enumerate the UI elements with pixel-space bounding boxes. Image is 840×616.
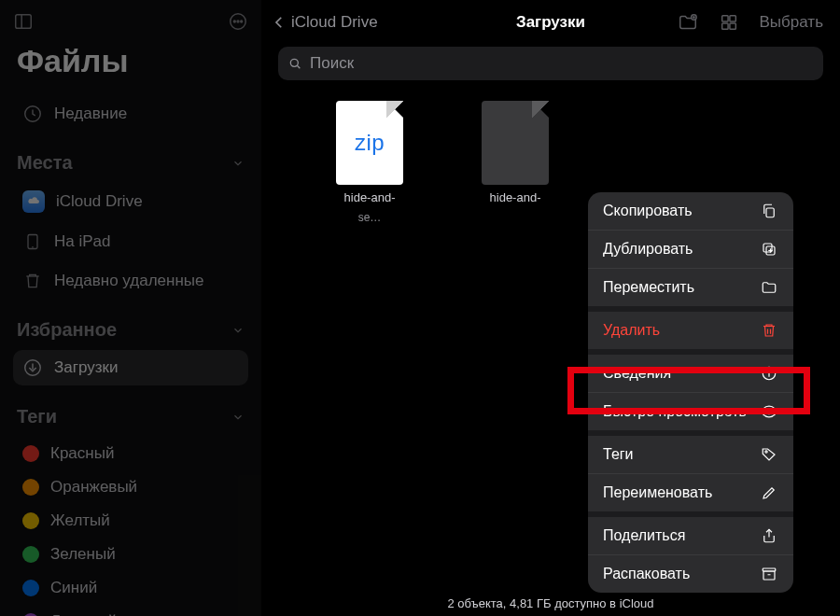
svg-point-4	[237, 21, 239, 22]
nav-bar: iCloud Drive Загрузки Выбрать	[261, 0, 840, 41]
sidebar-item-icloud-drive[interactable]: iCloud Drive	[13, 183, 248, 220]
svg-line-19	[297, 65, 300, 68]
tag-dot-icon	[22, 580, 39, 596]
file-thumb-doc	[482, 101, 549, 185]
tags-list: КрасныйОранжевыйЖелтыйЗеленыйСинийЛиловы…	[13, 437, 248, 616]
duplicate-icon	[760, 240, 778, 259]
sidebar-item-label: iCloud Drive	[56, 192, 143, 211]
sidebar-toggle-icon[interactable]	[13, 11, 34, 32]
chevron-down-icon	[231, 411, 245, 424]
sidebar-tag-item[interactable]: Красный	[13, 437, 248, 470]
clock-icon	[22, 104, 43, 124]
page-title: Загрузки	[516, 13, 585, 32]
search-placeholder: Поиск	[310, 54, 354, 73]
sidebar-item-label: Недавние	[54, 105, 127, 123]
main-pane: iCloud Drive Загрузки Выбрать Поиск	[261, 0, 840, 616]
sidebar-item-label: Недавно удаленные	[54, 272, 203, 290]
search-bar[interactable]: Поиск	[278, 47, 823, 80]
archive-icon	[760, 565, 778, 583]
svg-rect-33	[763, 568, 776, 571]
svg-rect-0	[16, 15, 32, 29]
grid-view-icon[interactable]	[719, 12, 739, 33]
sidebar-item-on-ipad[interactable]: На iPad	[13, 224, 248, 259]
new-folder-icon[interactable]	[678, 12, 698, 33]
back-button[interactable]: iCloud Drive	[271, 13, 378, 32]
sidebar-item-label: Оранжевый	[50, 478, 137, 497]
status-footer: 2 объекта, 4,81 ГБ доступно в iCloud	[261, 596, 840, 610]
sidebar-item-label: Желтый	[50, 511, 110, 530]
file-item[interactable]: hide-and-	[469, 101, 562, 225]
sidebar-item-label: На iPad	[54, 232, 110, 251]
svg-point-18	[290, 59, 298, 66]
sidebar-tag-item[interactable]: Желтый	[13, 504, 248, 538]
ipad-icon	[22, 231, 43, 252]
downloads-icon	[22, 357, 43, 378]
svg-point-31	[765, 451, 767, 453]
ctx-delete[interactable]: Удалить	[588, 312, 793, 349]
file-item[interactable]: zip hide-and- se…	[323, 101, 416, 225]
sidebar-tag-item[interactable]: Синий	[13, 571, 248, 605]
ctx-decompress[interactable]: Распаковать	[588, 555, 793, 593]
sidebar-item-label: Синий	[50, 579, 97, 597]
app-title: Файлы	[17, 43, 248, 79]
tag-dot-icon	[22, 479, 39, 496]
sidebar: Файлы Недавние Места iCloud Drive На iPa…	[0, 0, 261, 616]
ctx-tags[interactable]: Теги	[588, 436, 793, 473]
chevron-down-icon	[231, 324, 245, 337]
sidebar-item-label: Зеленый	[50, 545, 116, 564]
tag-icon	[760, 445, 778, 464]
sidebar-item-downloads[interactable]: Загрузки	[13, 350, 248, 385]
search-icon	[287, 56, 302, 71]
ctx-rename[interactable]: Переименовать	[588, 474, 793, 511]
sidebar-tag-item[interactable]: Зеленый	[13, 538, 248, 571]
nav-actions: Выбрать	[678, 12, 823, 33]
tag-dot-icon	[22, 445, 39, 462]
pencil-icon	[760, 483, 778, 502]
eye-icon	[760, 402, 778, 421]
sidebar-topbar	[13, 11, 248, 32]
more-icon[interactable]	[228, 11, 248, 32]
copy-icon	[760, 202, 778, 220]
svg-rect-14	[721, 16, 727, 21]
sidebar-tag-item[interactable]: Оранжевый	[13, 470, 248, 504]
section-tags[interactable]: Теги	[17, 406, 245, 427]
sidebar-item-recently-deleted[interactable]: Недавно удаленные	[13, 263, 248, 299]
files-app: Файлы Недавние Места iCloud Drive На iPa…	[0, 0, 840, 616]
svg-point-3	[233, 21, 235, 22]
svg-point-5	[241, 21, 243, 22]
section-places[interactable]: Места	[17, 152, 245, 174]
share-icon	[760, 526, 778, 545]
svg-rect-17	[729, 23, 735, 29]
sidebar-item-label: Красный	[50, 444, 114, 463]
info-icon	[760, 364, 778, 383]
ctx-copy[interactable]: Скопировать	[588, 192, 793, 230]
trash-icon	[760, 321, 778, 340]
tag-dot-icon	[22, 512, 39, 529]
folder-icon	[760, 278, 778, 297]
sidebar-item-label: Загрузки	[54, 358, 118, 377]
svg-rect-20	[766, 208, 774, 217]
ctx-share[interactable]: Поделиться	[588, 517, 793, 554]
sidebar-item-recents[interactable]: Недавние	[13, 96, 248, 132]
chevron-down-icon	[231, 157, 245, 170]
trash-icon	[22, 271, 43, 291]
svg-rect-32	[763, 571, 775, 580]
svg-point-29	[768, 370, 769, 371]
context-menu: Скопировать Дублировать Переместить Удал…	[588, 192, 793, 593]
sidebar-tag-item[interactable]: Лиловый	[13, 605, 248, 616]
sidebar-item-label: Лиловый	[50, 612, 117, 616]
svg-rect-15	[729, 16, 735, 21]
select-button[interactable]: Выбрать	[760, 13, 823, 32]
svg-point-30	[767, 410, 772, 414]
ctx-duplicate[interactable]: Дублировать	[588, 231, 793, 268]
svg-rect-16	[721, 23, 727, 29]
file-thumb-zip: zip	[336, 101, 403, 185]
ctx-quicklook[interactable]: Быстро просмотреть	[588, 393, 793, 430]
ctx-move[interactable]: Переместить	[588, 269, 793, 306]
ctx-info[interactable]: Сведения	[588, 355, 793, 392]
section-favorites[interactable]: Избранное	[17, 319, 245, 341]
tag-dot-icon	[22, 546, 39, 563]
icloud-icon	[22, 190, 45, 213]
